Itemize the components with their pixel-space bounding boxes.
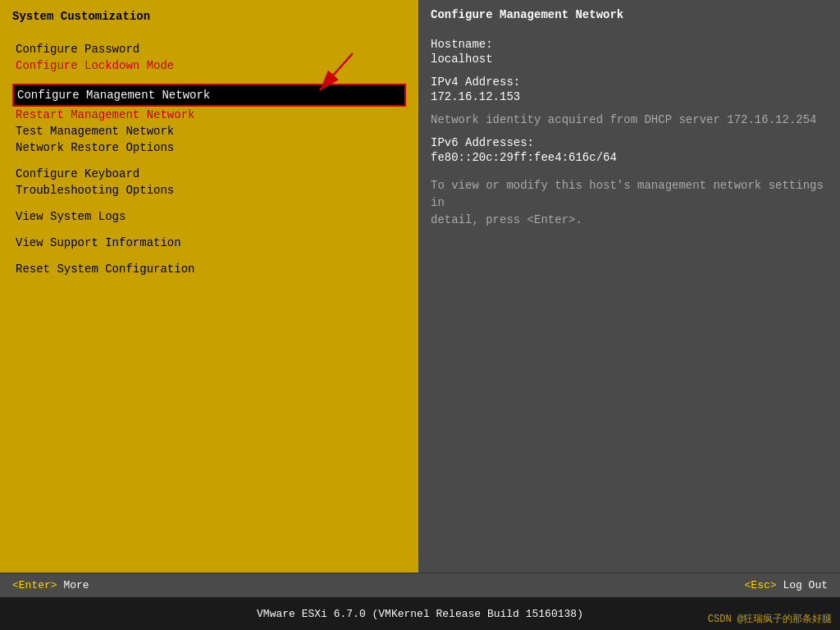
hostname-label: Hostname: [431, 38, 828, 51]
left-panel: System Customization Configure Password … [0, 0, 418, 573]
ipv4-value: 172.16.12.153 [431, 90, 828, 103]
screen: System Customization Configure Password … [0, 0, 840, 630]
enter-key-hint: <Enter> More [12, 579, 89, 591]
menu-item-configure-password[interactable]: Configure Password [12, 41, 406, 57]
bottom-bar: VMware ESXi 6.7.0 (VMKernel Release Buil… [0, 597, 840, 630]
right-panel-title: Configure Management Network [431, 8, 828, 21]
hostname-value: localhost [431, 52, 828, 66]
watermark: CSDN @狂瑞疯子的那条好腿 [708, 612, 832, 626]
menu-item-configure-keyboard[interactable]: Configure Keyboard [12, 166, 406, 182]
enter-key-bracket: <Enter> [12, 579, 57, 591]
menu-item-network-restore-options[interactable]: Network Restore Options [12, 139, 406, 156]
status-bar: <Enter> More <Esc> Log Out [0, 573, 840, 597]
menu-item-reset-system-configuration[interactable]: Reset System Configuration [12, 261, 406, 277]
ipv6-value: fe80::20c:29ff:fee4:616c/64 [431, 151, 828, 164]
enter-key-action: More [63, 579, 89, 591]
menu-item-configure-management-network[interactable]: Configure Management Network [14, 85, 404, 105]
esc-key-bracket: <Esc> [745, 579, 777, 591]
left-panel-title: System Customization [12, 8, 406, 25]
menu-item-view-support-information[interactable]: View Support Information [12, 235, 406, 251]
main-area: System Customization Configure Password … [0, 0, 840, 573]
status-left: <Enter> More [12, 579, 89, 591]
menu-item-troubleshooting-options[interactable]: Troubleshooting Options [12, 182, 406, 199]
ipv4-label: IPv4 Address: [431, 75, 828, 89]
esc-key-hint: <Esc> Log Out [745, 579, 828, 591]
menu-item-test-management-network[interactable]: Test Management Network [12, 123, 406, 139]
menu-item-restart-management-network[interactable]: Restart Management Network [12, 107, 406, 123]
selected-wrapper: Configure Management Network [12, 84, 406, 107]
menu-item-configure-lockdown[interactable]: Configure Lockdown Mode [12, 57, 406, 74]
menu-item-view-system-logs[interactable]: View System Logs [12, 208, 406, 225]
dhcp-note: Network identity acquired from DHCP serv… [431, 113, 828, 126]
network-description: To view or modify this host's management… [431, 177, 828, 229]
ipv6-label: IPv6 Addresses: [431, 136, 828, 149]
right-panel: Configure Management Network Hostname: l… [418, 0, 840, 573]
bottom-bar-text: VMware ESXi 6.7.0 (VMKernel Release Buil… [257, 608, 583, 620]
esc-key-action: Log Out [783, 579, 828, 591]
